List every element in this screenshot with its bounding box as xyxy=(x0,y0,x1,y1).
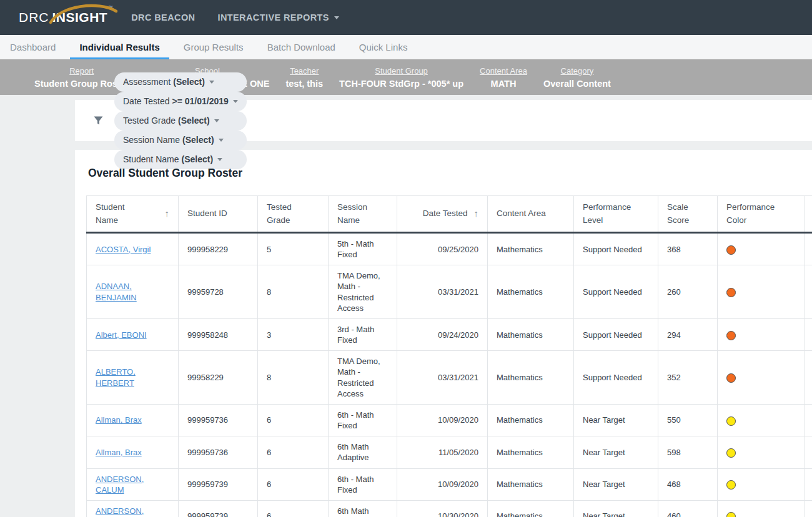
cell-date-tested: 11/05/2020 xyxy=(397,436,488,468)
column-header-session-name[interactable]: Session Name xyxy=(329,196,397,233)
student-name-link[interactable]: ACOSTA, Virgil xyxy=(96,245,151,254)
cell-student-id: 999959739 xyxy=(179,468,258,500)
context-label-teacher[interactable]: Teacher xyxy=(290,66,319,76)
cell-performance-level: Support Needed xyxy=(574,351,658,405)
student-name-link[interactable]: ALBERTO, HERBERT xyxy=(96,367,136,387)
cell-scale-score: 550 xyxy=(658,404,718,436)
sort-asc-icon[interactable]: ↑ xyxy=(165,207,170,221)
cell-student-id: 999959736 xyxy=(179,436,258,468)
nav-item-interactive-reports[interactable]: INTERACTIVE REPORTS xyxy=(217,12,339,22)
cell-scale-score: 468 xyxy=(658,468,718,500)
cell-student-name: Allman, Brax xyxy=(87,404,179,436)
cell-student-id: 999958248 xyxy=(179,318,258,350)
column-header-tested-grade[interactable]: Tested Grade xyxy=(258,196,329,233)
table-row: ANDERSON, CALUM99995973966th Math Adapti… xyxy=(87,500,812,517)
report-title: Overall Student Group Roster xyxy=(88,167,812,180)
cell-student-name: ANDERSON, CALUM xyxy=(87,468,179,500)
column-header-label: Session Name xyxy=(337,201,367,227)
filter-pill-label: Date Tested xyxy=(123,96,169,106)
cell-session-name: 6th - Math Fixed xyxy=(329,468,397,500)
cell-tested-grade: 6 xyxy=(258,468,329,500)
column-header-student-id[interactable]: Student ID xyxy=(179,196,258,233)
table-row: ALBERTO, HERBERT999582298TMA Demo, Math … xyxy=(87,351,812,405)
column-header-content-area[interactable]: Content Area xyxy=(488,196,574,233)
filter-pill-label: Student Name xyxy=(123,154,179,164)
tab-individual-results[interactable]: Individual Results xyxy=(70,35,169,59)
cell-student-name: ANDERSON, CALUM xyxy=(87,500,179,517)
cell-stub xyxy=(805,233,812,265)
chevron-down-icon xyxy=(334,16,339,19)
column-header-performance-color[interactable]: Performance Color xyxy=(718,196,805,233)
column-header-date-tested[interactable]: Date Tested↑ xyxy=(397,196,488,233)
column-header-label: Date Tested xyxy=(423,207,468,220)
tab-quick-links[interactable]: Quick Links xyxy=(350,35,417,59)
cell-scale-score: 352 xyxy=(658,351,718,405)
column-header-content: Date Tested↑ xyxy=(406,207,478,221)
student-name-link[interactable]: Allman, Brax xyxy=(96,415,142,425)
cell-stub xyxy=(805,351,812,405)
column-header-content: Student ID xyxy=(187,207,249,220)
cell-session-name: 6th Math Adaptive xyxy=(329,436,397,468)
context-label-report[interactable]: Report xyxy=(69,66,94,76)
column-header-label: Scale Score xyxy=(667,201,689,227)
filter-pill-value: >= 01/01/2019 xyxy=(172,96,228,106)
student-name-link[interactable]: Albert, EBONI xyxy=(96,330,147,340)
filter-pill-student-name[interactable]: Student Name(Select) xyxy=(114,150,247,169)
column-header-label: Tested Grade xyxy=(267,201,292,227)
filter-pill-session-name[interactable]: Session Name(Select) xyxy=(114,130,247,150)
filter-pill-date-tested[interactable]: Date Tested>= 01/01/2019 xyxy=(114,92,247,111)
context-field-teacher: Teachertest, this xyxy=(285,66,323,89)
performance-color-dot-yellow xyxy=(726,448,736,458)
student-name-link[interactable]: ADNAAN, BENJAMIN xyxy=(96,282,137,302)
column-header-performance-level[interactable]: Performance Level xyxy=(574,196,658,233)
cell-session-name: TMA Demo, Math - Restricted Access xyxy=(329,351,397,405)
cell-stub xyxy=(805,404,812,436)
roster-table: Student Name↑Student IDTested GradeSessi… xyxy=(86,195,812,517)
performance-color-dot-yellow xyxy=(726,480,736,490)
cell-performance-level: Support Needed xyxy=(574,318,658,350)
cell-scale-score: 368 xyxy=(658,233,718,265)
cell-performance-color xyxy=(718,351,805,405)
cell-performance-level: Near Target xyxy=(574,404,658,436)
student-name-link[interactable]: ANDERSON, CALUM xyxy=(96,506,144,517)
cell-content-area: Mathematics xyxy=(488,468,574,500)
cell-student-id: 999959736 xyxy=(179,404,258,436)
filter-pill-assessment[interactable]: Assessment(Select) xyxy=(114,72,247,92)
cell-scale-score: 598 xyxy=(658,436,718,468)
context-label-content-area[interactable]: Content Area xyxy=(480,66,527,76)
context-label-category[interactable]: Category xyxy=(561,66,594,76)
column-header-student-name[interactable]: Student Name↑ xyxy=(87,196,179,233)
cell-performance-color xyxy=(718,318,805,350)
sort-asc-icon[interactable]: ↑ xyxy=(474,207,479,221)
column-header-scale-score[interactable]: Scale Score xyxy=(658,196,718,233)
table-row: Allman, Brax99995973666th - Math Fixed10… xyxy=(87,404,812,436)
drc-insight-logo[interactable]: DRC INSIGHT™ xyxy=(19,10,112,25)
filter-pill-label: Assessment xyxy=(123,77,171,87)
cell-scale-score: 460 xyxy=(658,500,718,517)
filter-pill-value: (Select) xyxy=(182,154,214,164)
cell-date-tested: 03/31/2021 xyxy=(397,265,488,319)
cell-student-id: 999958229 xyxy=(179,233,258,265)
performance-color-dot-orange xyxy=(726,373,736,383)
column-header-content: Session Name xyxy=(337,201,388,227)
tab-dashboard[interactable]: Dashboard xyxy=(1,35,65,59)
context-value-student-group: TCH-FOUR StdGrp - *005* up xyxy=(339,79,463,89)
cell-performance-level: Near Target xyxy=(574,436,658,468)
filter-pill-tested-grade[interactable]: Tested Grade(Select) xyxy=(114,111,247,130)
table-row: ANDERSON, CALUM99995973966th - Math Fixe… xyxy=(87,468,812,500)
student-name-link[interactable]: Allman, Brax xyxy=(96,448,142,457)
column-header-content: Performance Color xyxy=(726,201,796,227)
context-field-category: CategoryOverall Content xyxy=(543,66,611,89)
tab-group-results[interactable]: Group Results xyxy=(174,35,253,59)
filter-pill-value: (Select) xyxy=(182,135,214,145)
filter-pill-value: (Select) xyxy=(173,77,205,87)
cell-date-tested: 09/24/2020 xyxy=(397,318,488,350)
context-label-student-group[interactable]: Student Group xyxy=(375,66,428,76)
nav-item-drc-beacon[interactable]: DRC BEACON xyxy=(131,12,195,22)
cell-date-tested: 10/30/2020 xyxy=(397,500,488,517)
cell-stub xyxy=(805,318,812,350)
column-header-content: Tested Grade xyxy=(267,201,319,227)
tab-batch-download[interactable]: Batch Download xyxy=(258,35,345,59)
student-name-link[interactable]: ANDERSON, CALUM xyxy=(96,475,144,495)
cell-tested-grade: 3 xyxy=(258,318,329,350)
